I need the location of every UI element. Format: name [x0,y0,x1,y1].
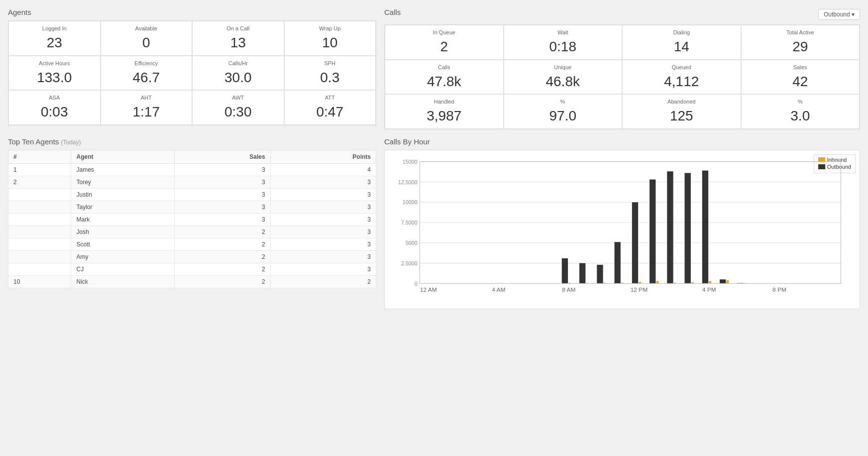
svg-text:7.5000: 7.5000 [401,220,418,226]
table-row: 10 Nick 2 2 [8,275,376,288]
chart-section: Calls By Hour Inbound Outbound 02.500050… [384,137,860,309]
top-ten-table: # Agent Sales Points 1 James 3 42 Torey [8,150,376,288]
cell-agent: Nick [71,275,174,288]
stat-value: 46.7 [107,69,186,86]
stat-cell: SPH 0.3 [284,56,376,91]
stat-cell: Efficiency 46.7 [101,56,193,91]
stat-cell: Calls/Hr 30.0 [192,56,284,91]
stat-label: Unique [510,64,616,70]
cell-rank [8,213,71,226]
svg-text:8 AM: 8 AM [562,286,575,293]
calls-header: Calls Outbound [384,8,860,20]
cell-sales: 3 [174,201,270,213]
cell-rank [8,263,71,275]
svg-rect-36 [685,173,691,283]
cell-sales: 3 [174,163,270,176]
svg-text:2.5000: 2.5000 [401,260,418,266]
table-row: Josh 2 3 [8,226,376,238]
stat-value: 125 [629,108,735,124]
stat-value: 30.0 [199,69,278,86]
stat-value: 97.0 [510,108,616,124]
stat-cell: % 97.0 [504,94,623,129]
cell-points: 3 [270,201,376,213]
agents-section: Agents Logged In 23Available 0On a Call … [8,8,376,129]
table-row: Scott 2 3 [8,238,376,250]
stat-value: 13 [199,34,278,51]
stat-label: Active Hours [15,60,94,66]
cell-sales: 2 [174,263,270,275]
cell-points: 3 [270,238,376,250]
stat-label: Efficiency [107,60,186,66]
svg-rect-34 [667,171,673,283]
cell-rank [8,250,71,263]
stat-cell: ATT 0:47 [284,90,376,125]
stat-value: 2 [391,38,497,55]
stat-label: Queued [629,64,735,70]
stat-value: 29 [748,38,854,55]
stat-label: On a Call [199,25,278,31]
stat-label: Dialing [629,29,735,35]
stat-label: Wait [510,29,616,35]
stat-value: 3,987 [391,108,497,124]
svg-rect-33 [656,281,658,283]
cell-points: 3 [270,250,376,263]
col-rank: # [8,150,71,163]
stat-value: 47.8k [391,73,497,90]
cell-rank [8,201,71,213]
stat-cell: Queued 4,112 [622,60,741,95]
svg-rect-38 [702,170,708,283]
svg-text:12.5000: 12.5000 [398,179,418,185]
stat-label: Available [107,25,186,31]
chart-inner: 02.500050007.50001000012.50001500012 AM4… [393,156,852,305]
svg-text:15000: 15000 [403,159,418,165]
bottom-row: Top Ten Agents (Today) # Agent Sales Poi… [8,137,860,309]
stat-label: Handled [391,99,497,105]
stat-label: Total Active [748,29,854,35]
table-row: Amy 2 3 [8,250,376,263]
svg-text:4 AM: 4 AM [492,286,505,293]
stat-value: 3.0 [748,108,854,124]
outbound-dropdown[interactable]: Outbound [818,9,860,20]
stat-label: In Queue [391,29,497,35]
calls-section: Calls Outbound In Queue 2Wait 0:18Dialin… [384,8,860,129]
stat-label: Sales [748,64,854,70]
stat-value: 0:03 [15,104,94,120]
cell-points: 4 [270,163,376,176]
stat-cell: Logged In 23 [8,21,101,56]
table-row: 2 Torey 3 3 [8,176,376,188]
stat-label: Abandoned [629,99,735,105]
svg-text:0: 0 [415,281,418,287]
cell-sales: 2 [174,238,270,250]
stat-cell: Wait 0:18 [504,25,623,60]
cell-sales: 3 [174,213,270,226]
stat-label: Logged In [15,25,94,31]
svg-text:4 PM: 4 PM [702,286,716,293]
table-row: Justin 3 3 [8,188,376,201]
stat-cell: Dialing 14 [622,25,741,60]
cell-sales: 3 [174,188,270,201]
cell-sales: 2 [174,275,270,288]
col-agent: Agent [71,150,174,163]
stat-cell: Abandoned 125 [622,94,741,129]
svg-text:5000: 5000 [406,240,418,246]
stat-label: % [510,99,616,105]
stat-value: 23 [15,34,94,51]
stat-value: 0:18 [510,38,616,55]
stat-cell: In Queue 2 [385,25,504,60]
stat-value: 14 [629,38,735,55]
stat-cell: Wrap Up 10 [284,21,376,56]
stat-value: 1:17 [107,104,186,120]
agents-title: Agents [8,8,376,16]
stat-value: 0 [107,34,186,51]
svg-rect-39 [709,281,711,283]
table-header-row: # Agent Sales Points [8,150,376,163]
stat-label: SPH [291,60,370,66]
cell-agent: Amy [71,250,174,263]
cell-points: 3 [270,176,376,188]
cell-rank [8,188,71,201]
stat-label: Wrap Up [291,25,370,31]
cell-rank [8,238,71,250]
stat-cell: Available 0 [101,21,193,56]
col-sales: Sales [174,150,270,163]
cell-points: 3 [270,226,376,238]
